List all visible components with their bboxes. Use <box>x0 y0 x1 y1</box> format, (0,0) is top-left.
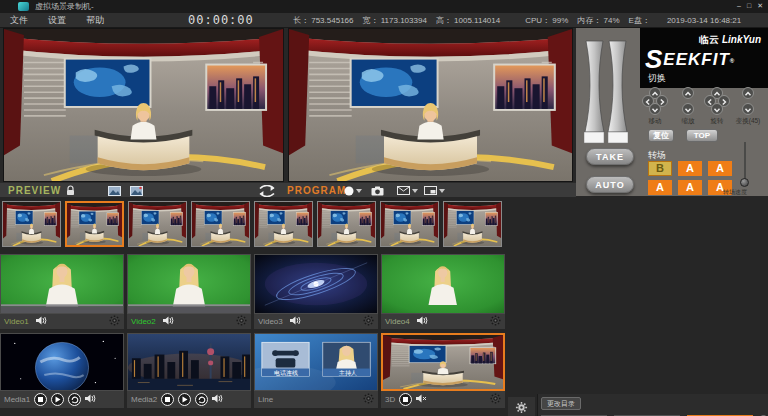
media-source-2[interactable]: Media2 <box>127 333 251 408</box>
status-readouts: 长： 753.545166 宽： 1173.103394 高： 1005.114… <box>293 13 741 28</box>
pad-group: 旋转 <box>700 88 734 126</box>
transition-pattern-button[interactable]: A <box>708 161 732 176</box>
media-source-line[interactable]: 电话连线 主持人 Line <box>254 333 378 408</box>
stat-datetime: 2019-03-14 16:48:21 <box>667 16 741 25</box>
stat-disk: E盘： <box>629 15 650 26</box>
stat-cpu: CPU： 99% <box>525 15 568 26</box>
transition-style-b-icon[interactable] <box>130 183 143 198</box>
swap-preview-program-icon[interactable] <box>255 183 279 198</box>
line-preview[interactable]: 电话连线 主持人 <box>254 333 378 391</box>
auto-button[interactable]: AUTO <box>586 176 634 193</box>
tool-sidebar <box>508 397 535 416</box>
snapshot-camera-icon[interactable] <box>371 183 384 198</box>
pad-up-button[interactable] <box>742 87 754 99</box>
menu-settings[interactable]: 设置 <box>48 13 66 28</box>
menu-help[interactable]: 帮助 <box>86 13 104 28</box>
transition-speed-knob[interactable] <box>740 178 749 187</box>
maximize-button[interactable]: □ <box>747 1 751 11</box>
close-button[interactable]: ✕ <box>757 1 763 11</box>
settings-gear-icon[interactable] <box>514 400 530 415</box>
stop-button[interactable] <box>161 393 174 406</box>
scene-angle-thumbnail[interactable] <box>65 201 124 247</box>
media2-preview[interactable] <box>127 333 251 391</box>
video-source-1[interactable]: Video1 <box>0 254 124 329</box>
gear-icon[interactable] <box>363 393 374 406</box>
pad-up-button[interactable] <box>682 87 694 99</box>
preview-monitor[interactable] <box>3 28 284 182</box>
speaker-icon[interactable] <box>290 316 301 327</box>
speaker-icon[interactable] <box>163 316 174 327</box>
scene-angle-thumbnail[interactable] <box>191 201 250 247</box>
3d-preview[interactable] <box>381 333 505 391</box>
minimize-button[interactable]: – <box>737 1 741 11</box>
video-source-2[interactable]: Video2 <box>127 254 251 329</box>
app-icon <box>18 2 29 11</box>
menu-file[interactable]: 文件 <box>10 13 28 28</box>
lock-icon[interactable] <box>66 183 75 198</box>
play-button[interactable] <box>178 393 191 406</box>
speaker-icon[interactable] <box>212 394 223 405</box>
change-directory-button[interactable]: 更改目录 <box>541 397 581 410</box>
scene-browser: 更改目录 01101601701902020025027028 <box>537 394 768 416</box>
pip-layout-icon[interactable] <box>424 183 445 198</box>
brand-logo: 临云LinkYun SSEEKFITEEKFIT® 切换 <box>640 28 768 88</box>
scene-angle-thumbnail[interactable] <box>128 201 187 247</box>
video-source-3[interactable]: Video3 <box>254 254 378 329</box>
scene-angle-thumbnail[interactable] <box>254 201 313 247</box>
reset-button[interactable]: 复位 <box>648 129 674 142</box>
transition-pattern-button[interactable]: B <box>648 161 672 176</box>
record-timer: 00:00:00 <box>188 13 254 28</box>
line-phone-label: 电话连线 <box>262 369 310 377</box>
media-source-1[interactable]: Media1 <box>0 333 124 408</box>
speaker-icon[interactable] <box>36 316 47 327</box>
scene-angle-thumbnail[interactable] <box>2 201 61 247</box>
stat-memory: 内存： 74% <box>577 15 619 26</box>
video-source-4[interactable]: Video4 <box>381 254 505 329</box>
speaker-muted-icon[interactable] <box>416 394 427 405</box>
transition-pattern-button[interactable]: A <box>648 180 672 195</box>
scene-angle-thumbnail[interactable] <box>380 201 439 247</box>
media-sources: Media1 Media2 电话连线 <box>0 333 505 408</box>
transition-pattern-button[interactable]: A <box>678 180 702 195</box>
video4-preview[interactable] <box>381 254 505 314</box>
video1-preview[interactable] <box>0 254 124 314</box>
gear-icon[interactable] <box>363 315 374 328</box>
video2-preview[interactable] <box>127 254 251 314</box>
top-button[interactable]: TOP <box>686 129 718 142</box>
gear-icon[interactable] <box>490 393 501 406</box>
stat-length: 长： 753.545166 <box>293 15 354 26</box>
pad-down-button[interactable] <box>711 103 723 115</box>
scene-angle-thumbnail[interactable] <box>317 201 376 247</box>
gear-icon[interactable] <box>109 315 120 328</box>
media-source-3d[interactable]: 3D <box>381 333 505 408</box>
pad-label: 变换(45) <box>731 117 765 126</box>
transition-pattern-button[interactable]: A <box>678 161 702 176</box>
take-button[interactable]: TAKE <box>586 148 634 165</box>
speaker-icon[interactable] <box>85 394 96 405</box>
record-button[interactable] <box>344 183 362 198</box>
stream-output-icon[interactable] <box>397 183 418 198</box>
program-monitor[interactable] <box>288 28 573 182</box>
gear-icon[interactable] <box>236 315 247 328</box>
menu-bar: 文件 设置 帮助 00:00:00 长： 753.545166 宽： 1173.… <box>0 13 768 28</box>
video2-name: Video2 <box>131 317 156 326</box>
transition-style-a-icon[interactable] <box>108 183 121 198</box>
pad-down-button[interactable] <box>742 103 754 115</box>
loop-button[interactable] <box>68 393 81 406</box>
transition-speed-slider[interactable] <box>744 142 746 182</box>
loop-button[interactable] <box>195 393 208 406</box>
transition-tbar[interactable] <box>584 40 628 148</box>
video3-name: Video3 <box>258 317 283 326</box>
media1-preview[interactable] <box>0 333 124 391</box>
stop-button[interactable] <box>34 393 47 406</box>
stop-button[interactable] <box>399 393 412 406</box>
switch-section-label: 切换 <box>648 72 666 85</box>
video3-preview[interactable] <box>254 254 378 314</box>
title-bar: 虚拟场景录制机- – □ ✕ <box>0 0 768 13</box>
pad-down-button[interactable] <box>682 103 694 115</box>
scene-angle-thumbnail[interactable] <box>443 201 502 247</box>
pad-down-button[interactable] <box>649 103 661 115</box>
speaker-icon[interactable] <box>417 316 428 327</box>
gear-icon[interactable] <box>490 315 501 328</box>
play-button[interactable] <box>51 393 64 406</box>
